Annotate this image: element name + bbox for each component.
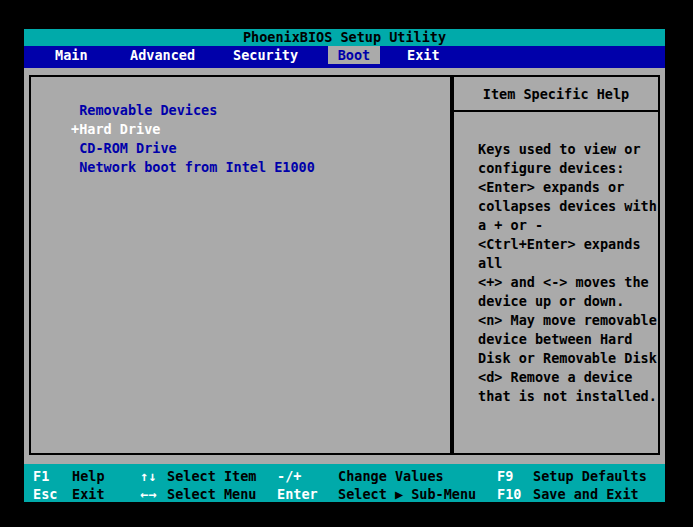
boot-item-label: Removable Devices xyxy=(79,102,217,118)
boot-item-removable-devices[interactable]: Removable Devices xyxy=(71,101,450,120)
help-line: <d> Remove a device xyxy=(478,368,658,387)
key-minus-plus: -/+ xyxy=(277,467,301,486)
help-line: device between Hard xyxy=(478,330,658,349)
help-panel: Item Specific Help Keys used to view or … xyxy=(452,75,660,455)
menu-tab-security[interactable]: Security xyxy=(233,47,298,64)
key-esc-label: Exit xyxy=(72,485,105,504)
help-line: <Ctrl+Enter> expands xyxy=(478,235,658,254)
key-leftright-icon: ←→ xyxy=(140,485,156,504)
help-line: device up or down. xyxy=(478,292,658,311)
key-enter-label: Select ▶ Sub-Menu xyxy=(338,485,476,504)
boot-item-label: Network boot from Intel E1000 xyxy=(79,159,315,175)
menu-tab-main[interactable]: Main xyxy=(55,47,88,64)
key-leftright-label: Select Menu xyxy=(167,485,256,504)
bios-setup-screen: PhoenixBIOS Setup Utility Main Advanced … xyxy=(0,0,693,527)
key-esc: Esc xyxy=(33,485,57,504)
key-f9: F9 xyxy=(497,467,513,486)
expand-marker xyxy=(71,159,79,175)
key-f9-label: Setup Defaults xyxy=(533,467,647,486)
key-updown-label: Select Item xyxy=(167,467,256,486)
expand-marker xyxy=(71,102,79,118)
app-title: PhoenixBIOS Setup Utility xyxy=(243,29,446,45)
help-line: a + or - xyxy=(478,216,658,235)
expand-marker xyxy=(71,140,79,156)
help-line: Disk or Removable Disk xyxy=(478,349,658,368)
title-bar: PhoenixBIOS Setup Utility xyxy=(24,29,665,46)
help-line: <n> May move removable xyxy=(478,311,658,330)
main-panel: Removable Devices +Hard Drive CD-ROM Dri… xyxy=(24,68,665,464)
help-line: collapses devices with xyxy=(478,197,658,216)
help-text: Keys used to view or configure devices: … xyxy=(454,112,658,406)
boot-device-list: Removable Devices +Hard Drive CD-ROM Dri… xyxy=(71,101,450,177)
help-line: configure devices: xyxy=(478,159,658,178)
expand-marker: + xyxy=(71,121,79,137)
menu-tab-boot-selected[interactable]: Boot xyxy=(328,46,380,64)
key-f1-label: Help xyxy=(72,467,105,486)
key-enter: Enter xyxy=(277,485,318,504)
help-panel-title: Item Specific Help xyxy=(454,77,658,112)
boot-item-hard-drive[interactable]: +Hard Drive xyxy=(71,120,450,139)
help-line: that is not installed. xyxy=(478,387,658,406)
key-f10-label: Save and Exit xyxy=(533,485,639,504)
boot-item-network-boot[interactable]: Network boot from Intel E1000 xyxy=(71,158,450,177)
key-f10: F10 xyxy=(497,485,521,504)
boot-item-cdrom-drive[interactable]: CD-ROM Drive xyxy=(71,139,450,158)
help-line: <Enter> expands or xyxy=(478,178,658,197)
key-minus-plus-label: Change Values xyxy=(338,467,444,486)
boot-item-label: Hard Drive xyxy=(79,121,160,137)
boot-order-pane: Removable Devices +Hard Drive CD-ROM Dri… xyxy=(29,75,452,455)
help-line: Keys used to view or xyxy=(478,140,658,159)
menu-tab-advanced[interactable]: Advanced xyxy=(130,47,195,64)
key-f1: F1 xyxy=(33,467,49,486)
boot-item-label: CD-ROM Drive xyxy=(79,140,177,156)
help-line: <+> and <-> moves the xyxy=(478,273,658,292)
menu-tab-exit[interactable]: Exit xyxy=(407,47,440,64)
menu-bar: Main Advanced Security Boot Exit xyxy=(24,46,665,68)
key-updown-icon: ↑↓ xyxy=(140,467,156,486)
help-line: all xyxy=(478,254,658,273)
key-legend-bar: F1 Help ↑↓ Select Item -/+ Change Values… xyxy=(24,464,665,502)
